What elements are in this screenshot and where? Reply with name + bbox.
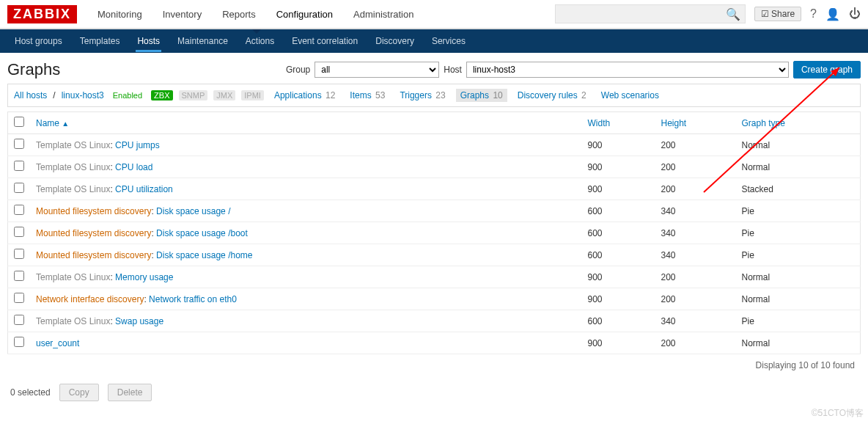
drules-link[interactable]: Discovery rules xyxy=(518,90,578,100)
row-type: Normal xyxy=(736,266,861,288)
subnav-services[interactable]: Services xyxy=(430,30,467,52)
table-row: Mounted filesystem discovery: Disk space… xyxy=(8,222,861,244)
graphs-link[interactable]: Graphs xyxy=(460,90,489,100)
row-link[interactable]: CPU utilization xyxy=(115,184,173,194)
row-height: 340 xyxy=(655,200,736,222)
all-hosts-link[interactable]: All hosts xyxy=(14,90,47,100)
row-width: 900 xyxy=(582,156,655,178)
row-checkbox[interactable] xyxy=(14,183,24,193)
result-count: Displaying 10 of 10 found xyxy=(7,354,861,376)
table-row: Template OS Linux: CPU utilization900200… xyxy=(8,178,861,200)
row-type: Normal xyxy=(736,332,861,354)
row-checkbox[interactable] xyxy=(14,161,24,171)
row-prefix: Template OS Linux xyxy=(36,316,110,326)
search-icon[interactable]: 🔍 xyxy=(726,7,740,21)
snmp-badge: SNMP xyxy=(179,90,208,100)
row-height: 340 xyxy=(655,310,736,332)
group-label: Group xyxy=(286,65,310,75)
context-row: All hosts / linux-host3 Enabled ZBXSNMPJ… xyxy=(7,84,861,107)
row-checkbox[interactable] xyxy=(14,271,24,281)
row-type: Pie xyxy=(736,310,861,332)
row-type: Pie xyxy=(736,222,861,244)
host-label: Host xyxy=(444,65,462,75)
logo: ZABBIX xyxy=(7,5,77,23)
enabled-badge: Enabled xyxy=(110,90,145,100)
row-checkbox[interactable] xyxy=(14,249,24,259)
row-link[interactable]: Disk space usage / xyxy=(156,206,230,216)
subnav-discovery[interactable]: Discovery xyxy=(374,30,416,52)
graphs-table: Name ▲ Width Height Graph type Template … xyxy=(7,112,861,354)
row-height: 340 xyxy=(655,244,736,266)
subnav-templates[interactable]: Templates xyxy=(78,30,122,52)
group-select[interactable]: all xyxy=(315,62,439,78)
share-button[interactable]: ☑ Share xyxy=(754,7,801,21)
row-type: Normal xyxy=(736,156,861,178)
power-icon[interactable]: ⏻ xyxy=(849,7,861,21)
nav-configuration[interactable]: Configuration xyxy=(276,9,333,20)
row-checkbox[interactable] xyxy=(14,205,24,215)
col-height[interactable]: Height xyxy=(655,112,736,134)
ipmi-badge: IPMI xyxy=(241,90,264,100)
row-link[interactable]: Memory usage xyxy=(115,272,173,282)
row-link[interactable]: Swap usage xyxy=(115,316,163,326)
row-type: Normal xyxy=(736,134,861,156)
nav-administration[interactable]: Administration xyxy=(353,9,413,20)
row-width: 900 xyxy=(582,332,655,354)
page-title: Graphs xyxy=(7,60,60,79)
row-height: 200 xyxy=(655,178,736,200)
row-prefix: Mounted filesystem discovery xyxy=(36,206,151,216)
table-row: Template OS Linux: CPU jumps900200Normal xyxy=(8,134,861,156)
row-link[interactable]: Network traffic on eth0 xyxy=(149,294,237,304)
subnav-host-groups[interactable]: Host groups xyxy=(13,30,64,52)
row-link[interactable]: Disk space usage /boot xyxy=(156,228,248,238)
items-link[interactable]: Items xyxy=(350,90,371,100)
nav-reports[interactable]: Reports xyxy=(222,9,256,20)
nav-monitoring[interactable]: Monitoring xyxy=(98,9,142,20)
row-link[interactable]: user_count xyxy=(36,338,79,348)
row-height: 340 xyxy=(655,222,736,244)
help-icon[interactable]: ? xyxy=(810,7,817,21)
subnav-hosts[interactable]: Hosts xyxy=(136,30,161,52)
row-link[interactable]: Disk space usage /home xyxy=(156,250,252,260)
select-all-checkbox[interactable] xyxy=(14,117,24,127)
host-select[interactable]: linux-host3 xyxy=(466,62,789,78)
row-link[interactable]: CPU jumps xyxy=(115,140,160,150)
nav-inventory[interactable]: Inventory xyxy=(163,9,202,20)
copy-button[interactable]: Copy xyxy=(59,384,99,401)
col-type[interactable]: Graph type xyxy=(736,112,861,134)
applications-link[interactable]: Applications xyxy=(274,90,322,100)
table-row: Template OS Linux: Swap usage600340Pie xyxy=(8,310,861,332)
row-prefix: Network interface discovery xyxy=(36,294,144,304)
row-width: 600 xyxy=(582,244,655,266)
triggers-link[interactable]: Triggers xyxy=(400,90,432,100)
host-link[interactable]: linux-host3 xyxy=(62,90,104,100)
col-name[interactable]: Name ▲ xyxy=(30,112,582,134)
row-checkbox[interactable] xyxy=(14,139,24,149)
table-row: Template OS Linux: Memory usage900200Nor… xyxy=(8,266,861,288)
delete-button[interactable]: Delete xyxy=(108,384,152,401)
row-height: 200 xyxy=(655,134,736,156)
search-input[interactable] xyxy=(560,9,726,19)
user-icon[interactable]: 👤 xyxy=(825,7,840,21)
table-row: user_count900200Normal xyxy=(8,332,861,354)
row-checkbox[interactable] xyxy=(14,315,24,325)
row-checkbox[interactable] xyxy=(14,227,24,237)
row-width: 600 xyxy=(582,200,655,222)
subnav-event-correlation[interactable]: Event correlation xyxy=(290,30,359,52)
table-row: Mounted filesystem discovery: Disk space… xyxy=(8,244,861,266)
row-link[interactable]: CPU load xyxy=(115,162,152,172)
create-graph-button[interactable]: Create graph xyxy=(793,61,861,78)
search-box: 🔍 xyxy=(555,4,746,23)
row-prefix: Template OS Linux xyxy=(36,140,110,150)
table-row: Network interface discovery: Network tra… xyxy=(8,288,861,310)
main-nav: MonitoringInventoryReportsConfigurationA… xyxy=(87,9,424,20)
web-link[interactable]: Web scenarios xyxy=(601,90,659,100)
sort-asc-icon: ▲ xyxy=(62,120,69,128)
row-checkbox[interactable] xyxy=(14,293,24,303)
row-width: 900 xyxy=(582,134,655,156)
row-checkbox[interactable] xyxy=(14,337,24,347)
table-row: Mounted filesystem discovery: Disk space… xyxy=(8,200,861,222)
subnav-maintenance[interactable]: Maintenance xyxy=(176,30,229,52)
row-height: 200 xyxy=(655,266,736,288)
col-width[interactable]: Width xyxy=(582,112,655,134)
